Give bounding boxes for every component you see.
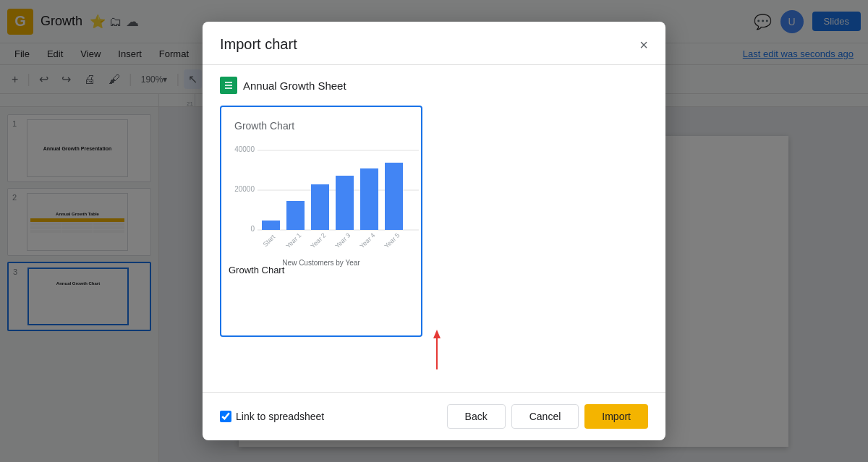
- charts-grid: Growth Chart 40000 20000 0: [220, 106, 648, 337]
- modal-title: Import chart: [220, 36, 297, 53]
- link-checkbox-input[interactable]: [220, 411, 231, 422]
- chart-preview: Growth Chart 40000 20000 0: [229, 114, 414, 259]
- import-chart-modal: Import chart × Annual Growth Sheet: [203, 22, 665, 440]
- bar-year3: [336, 176, 354, 230]
- bar-year4: [360, 168, 378, 230]
- svg-rect-1: [225, 82, 232, 83]
- arrow-container: [220, 337, 648, 380]
- svg-text:Year 3: Year 3: [333, 231, 352, 249]
- import-button[interactable]: Import: [584, 404, 648, 429]
- modal-header: Import chart ×: [203, 22, 665, 65]
- close-button[interactable]: ×: [639, 38, 648, 52]
- bar-start: [262, 221, 280, 230]
- back-button[interactable]: Back: [447, 404, 506, 429]
- svg-text:Year 1: Year 1: [284, 231, 302, 249]
- svg-rect-2: [225, 85, 232, 86]
- cancel-button[interactable]: Cancel: [511, 404, 579, 429]
- svg-marker-17: [433, 330, 441, 338]
- svg-text:Year 5: Year 5: [383, 231, 401, 249]
- svg-text:20000: 20000: [234, 185, 255, 193]
- sheets-icon: [220, 77, 237, 94]
- sheet-header: Annual Growth Sheet: [220, 77, 648, 94]
- link-label: Link to spreadsheet: [236, 411, 324, 422]
- svg-text:Year 4: Year 4: [358, 231, 376, 249]
- footer-buttons: Back Cancel Import: [447, 404, 648, 429]
- svg-text:Year 2: Year 2: [309, 231, 327, 249]
- svg-text:0: 0: [250, 225, 255, 233]
- link-spreadsheet-checkbox[interactable]: Link to spreadsheet: [220, 411, 324, 422]
- svg-text:40000: 40000: [234, 145, 255, 153]
- bar-year2: [311, 184, 329, 230]
- modal-footer: Link to spreadsheet Back Cancel Import: [203, 392, 665, 440]
- arrow-svg: [430, 330, 444, 373]
- svg-rect-3: [225, 87, 232, 89]
- modal-body: Annual Growth Sheet Growth Chart 40000 2…: [203, 65, 665, 392]
- chart-svg: 40000 20000 0: [234, 137, 422, 253]
- bar-year5: [385, 163, 403, 230]
- sheet-name: Annual Growth Sheet: [243, 80, 346, 92]
- svg-text:Start: Start: [262, 233, 277, 248]
- bar-year1: [286, 201, 305, 230]
- chart-preview-title: Growth Chart: [234, 120, 408, 132]
- chart-svg-container: 40000 20000 0: [234, 137, 408, 256]
- chart-item-growth[interactable]: Growth Chart 40000 20000 0: [220, 106, 422, 337]
- modal-overlay: Import chart × Annual Growth Sheet: [0, 0, 868, 462]
